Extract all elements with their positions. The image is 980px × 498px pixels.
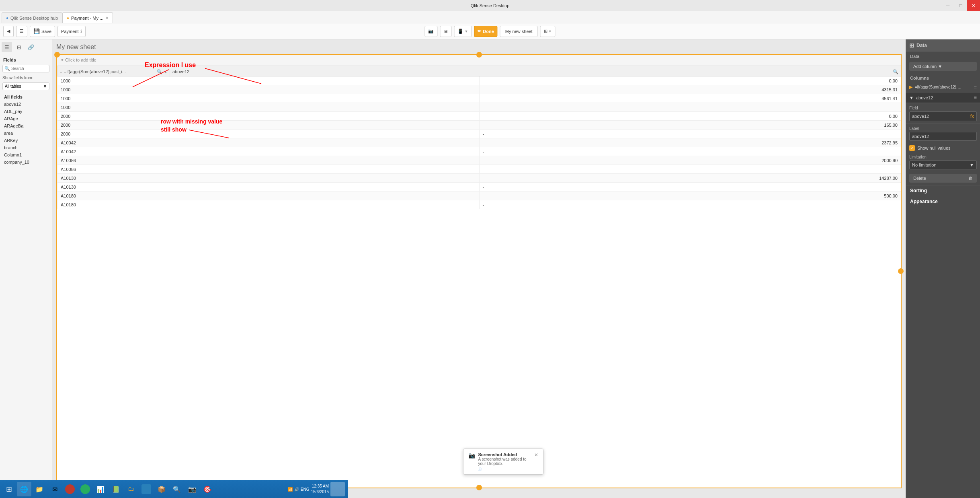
click-to-add-title[interactable]: ✦ Click to add title [57,56,100,64]
field-item-adl-pay[interactable]: ADL_pay [0,108,52,115]
data-panel-label: Data [916,43,927,48]
taskbar-app-explore[interactable]: 🌐 [17,482,31,496]
taskbar-app-folder2[interactable]: 🗂 [124,482,138,496]
limitation-section: Limitation No limitation ▼ [906,153,980,171]
payment-button[interactable]: Payment ℹ [57,26,85,37]
field-item-branch[interactable]: branch [0,144,52,151]
all-tables-dropdown[interactable]: All tables ▼ [2,82,49,90]
cell-r12-c2: 14287.00 [479,174,901,182]
field-item-arkey[interactable]: ARKey [0,137,52,144]
save-button[interactable]: 💾 Save [30,26,55,37]
my-new-sheet-button[interactable]: My new sheet [500,26,538,37]
taskbar: ⊞ 🌐 📁 ✉ 📊 📗 🗂 📦 🔍 📷 🎯 📶 🔊 ENG [0,480,348,498]
col2-search-icon[interactable]: 🔍 [893,69,898,74]
taskbar-app-green[interactable] [78,482,92,496]
table-row: 1000 [57,103,901,112]
label-input[interactable]: above12 [909,132,977,141]
field-item-above12[interactable]: above12 [0,101,52,108]
sidebar-link-icon[interactable]: 🔗 [26,42,36,52]
minimize-button[interactable]: ─ [941,0,954,11]
show-desktop-button[interactable] [330,482,345,496]
tab-close-icon[interactable]: ✕ [105,16,109,20]
sidebar-menu-icon[interactable]: ⊞ [14,42,24,52]
maximize-button[interactable]: □ [954,0,967,11]
handle-top-center[interactable] [476,52,482,58]
field-item-area[interactable]: area [0,130,52,137]
column-item-expr[interactable]: ▶ =if(aggr(Sum(above12),cust_i... ≡ [906,82,980,93]
delete-label: Delete [913,176,926,181]
field-label: Field [909,106,977,110]
notification-action-link[interactable]: ⊙ [478,467,482,471]
table-row: 2000 - [57,130,901,138]
sidebar-fields-icon[interactable]: ☰ [2,42,12,52]
handle-right-center[interactable] [898,268,904,274]
list-button[interactable]: ☰ [16,26,27,37]
cell-r11-c2: - [479,165,901,173]
search-input[interactable] [11,66,47,71]
dropdown-arrow-icon: ▼ [43,84,47,88]
search-box[interactable]: 🔍 [2,65,49,72]
field-input[interactable]: above12 fx [909,111,977,121]
cell-r3-c2: 4561.41 [479,94,901,103]
handle-bottom-center[interactable] [476,485,482,490]
appearance-label: Appearance [906,196,980,207]
notification-close-button[interactable]: ✕ [534,452,538,458]
show-null-checkbox[interactable]: ✓ [909,145,915,151]
taskbar-start-button[interactable]: ⊞ [2,482,16,496]
col-header-expr[interactable]: = =if(aggr(Sum(above12),cust_i... 🔍 ▲ [57,66,170,77]
grid-button[interactable]: ⊞ ▼ [540,26,556,37]
tab-payment-label: Payment - My ... [71,16,103,21]
cell-r8-c2: 2372.95 [479,138,901,147]
cell-r4-c1: 1000 [57,103,479,111]
notification-title: Screenshot Added [478,452,531,457]
field-item-company10[interactable]: company_10 [0,158,52,166]
tablet-button[interactable]: 📱 ▼ [454,26,472,37]
handle-top-left[interactable] [54,52,60,58]
delete-button[interactable]: Delete 🗑 [909,174,977,183]
cell-r15-c1: A10180 [57,200,479,209]
limitation-dropdown[interactable]: No limitation ▼ [909,161,977,169]
close-button[interactable]: ✕ [967,0,980,11]
table-row: A10130 - [57,183,901,191]
taskbar-app-files[interactable]: 📁 [32,482,47,496]
cell-r9-c2: - [479,147,901,156]
cell-r3-c1: 1000 [57,94,479,103]
taskbar-app-ppt[interactable]: 📊 [93,482,108,496]
data-section-title: Data [906,51,980,60]
field-item-aragebal[interactable]: ARAgeBal [0,122,52,130]
col1-sort-icon[interactable]: ▲ [164,70,167,74]
tab-bar: ● Qlik Sense Desktop hub ● Payment - My … [0,11,980,23]
field-item-column1[interactable]: Column1 [0,151,52,158]
monitor-button[interactable]: 🖥 [440,26,451,37]
done-button[interactable]: ✏ Done [474,26,498,37]
left-sidebar: ☰ ⊞ 🔗 Fields 🔍 Show fields from: All tab… [0,39,52,498]
taskbar-app-mail[interactable]: ✉ [47,482,62,496]
add-column-button[interactable]: Add column ▼ [909,62,977,71]
table-row: A10180 500.00 [57,191,901,200]
toolbar: ◀ ☰ 💾 Save Payment ℹ 📷 🖥 📱 ▼ ✏ Done My n… [0,23,980,39]
column-item-above12[interactable]: ▼ above12 ≡ [906,93,980,103]
tab-hub[interactable]: ● Qlik Sense Desktop hub [2,12,62,23]
taskbar-app-dropbox[interactable]: 📦 [154,482,169,496]
fx-button[interactable]: fx [970,113,974,119]
right-panel: ⊞ Data Data Add column ▼ Columns ▶ =if(a… [906,39,980,498]
taskbar-app-blue[interactable] [139,482,154,496]
cell-r14-c1: A10180 [57,191,479,200]
field-item-arage[interactable]: ARAge [0,115,52,122]
back-button[interactable]: ◀ [3,26,14,37]
tab-payment[interactable]: ● Payment - My ... ✕ [62,12,113,23]
show-null-row[interactable]: ✓ Show null values [906,143,980,153]
field-item-all-fields[interactable]: All fields [0,93,52,101]
notification-icon: 📷 [468,452,475,459]
taskbar-app-camera[interactable]: 📷 [185,482,199,496]
taskbar-app-excel[interactable]: 📗 [109,482,123,496]
col-header-above12[interactable]: above12 🔍 [170,66,901,77]
col-drag-handle[interactable]: ≡ [974,84,977,90]
col-drag-handle-2[interactable]: ≡ [974,95,977,101]
camera-button[interactable]: 📷 [424,26,437,37]
col1-search-icon[interactable]: 🔍 [157,69,162,74]
taskbar-app-qlik[interactable]: 🎯 [200,482,215,496]
taskbar-app-red[interactable] [63,482,77,496]
add-column-label: Add column ▼ [913,64,942,69]
taskbar-app-search[interactable]: 🔍 [170,482,184,496]
